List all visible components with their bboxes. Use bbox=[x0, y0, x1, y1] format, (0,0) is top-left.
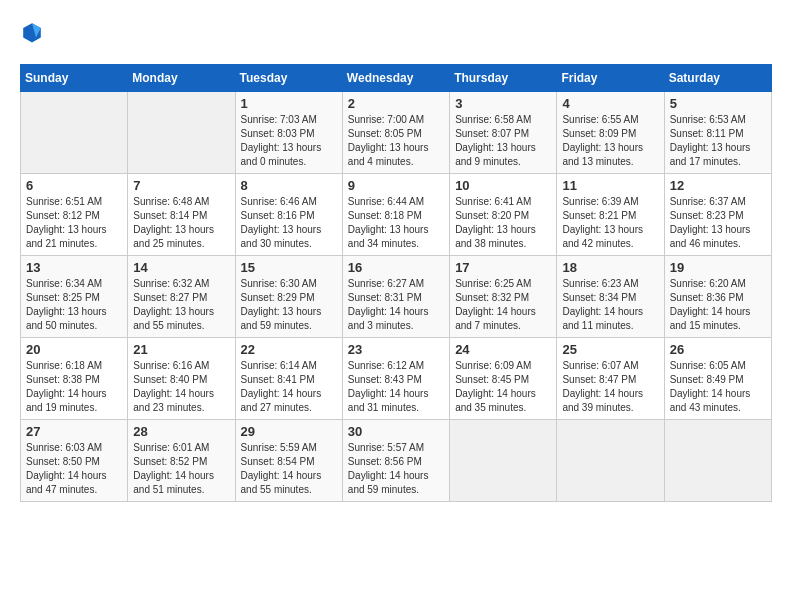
day-info: Sunrise: 6:05 AM Sunset: 8:49 PM Dayligh… bbox=[670, 359, 766, 415]
day-number: 14 bbox=[133, 260, 229, 275]
day-number: 11 bbox=[562, 178, 658, 193]
calendar-cell bbox=[21, 92, 128, 174]
calendar-cell: 17Sunrise: 6:25 AM Sunset: 8:32 PM Dayli… bbox=[450, 256, 557, 338]
calendar-week-0: 1Sunrise: 7:03 AM Sunset: 8:03 PM Daylig… bbox=[21, 92, 772, 174]
header-row: SundayMondayTuesdayWednesdayThursdayFrid… bbox=[21, 65, 772, 92]
calendar-cell: 21Sunrise: 6:16 AM Sunset: 8:40 PM Dayli… bbox=[128, 338, 235, 420]
calendar-cell: 9Sunrise: 6:44 AM Sunset: 8:18 PM Daylig… bbox=[342, 174, 449, 256]
calendar-cell: 13Sunrise: 6:34 AM Sunset: 8:25 PM Dayli… bbox=[21, 256, 128, 338]
calendar-cell: 11Sunrise: 6:39 AM Sunset: 8:21 PM Dayli… bbox=[557, 174, 664, 256]
day-info: Sunrise: 6:48 AM Sunset: 8:14 PM Dayligh… bbox=[133, 195, 229, 251]
day-number: 21 bbox=[133, 342, 229, 357]
calendar-cell bbox=[450, 420, 557, 502]
day-info: Sunrise: 7:00 AM Sunset: 8:05 PM Dayligh… bbox=[348, 113, 444, 169]
calendar-cell: 19Sunrise: 6:20 AM Sunset: 8:36 PM Dayli… bbox=[664, 256, 771, 338]
logo-icon bbox=[20, 20, 44, 44]
calendar-cell: 2Sunrise: 7:00 AM Sunset: 8:05 PM Daylig… bbox=[342, 92, 449, 174]
day-number: 20 bbox=[26, 342, 122, 357]
calendar-cell: 16Sunrise: 6:27 AM Sunset: 8:31 PM Dayli… bbox=[342, 256, 449, 338]
day-number: 5 bbox=[670, 96, 766, 111]
day-number: 29 bbox=[241, 424, 337, 439]
day-info: Sunrise: 6:27 AM Sunset: 8:31 PM Dayligh… bbox=[348, 277, 444, 333]
day-number: 1 bbox=[241, 96, 337, 111]
calendar-cell: 3Sunrise: 6:58 AM Sunset: 8:07 PM Daylig… bbox=[450, 92, 557, 174]
calendar-cell: 12Sunrise: 6:37 AM Sunset: 8:23 PM Dayli… bbox=[664, 174, 771, 256]
calendar-cell: 14Sunrise: 6:32 AM Sunset: 8:27 PM Dayli… bbox=[128, 256, 235, 338]
day-info: Sunrise: 6:25 AM Sunset: 8:32 PM Dayligh… bbox=[455, 277, 551, 333]
day-info: Sunrise: 6:14 AM Sunset: 8:41 PM Dayligh… bbox=[241, 359, 337, 415]
day-number: 25 bbox=[562, 342, 658, 357]
day-number: 7 bbox=[133, 178, 229, 193]
day-number: 26 bbox=[670, 342, 766, 357]
day-info: Sunrise: 5:57 AM Sunset: 8:56 PM Dayligh… bbox=[348, 441, 444, 497]
day-info: Sunrise: 6:07 AM Sunset: 8:47 PM Dayligh… bbox=[562, 359, 658, 415]
header-cell-monday: Monday bbox=[128, 65, 235, 92]
day-number: 28 bbox=[133, 424, 229, 439]
day-info: Sunrise: 6:53 AM Sunset: 8:11 PM Dayligh… bbox=[670, 113, 766, 169]
day-number: 9 bbox=[348, 178, 444, 193]
calendar-cell: 6Sunrise: 6:51 AM Sunset: 8:12 PM Daylig… bbox=[21, 174, 128, 256]
calendar-cell: 22Sunrise: 6:14 AM Sunset: 8:41 PM Dayli… bbox=[235, 338, 342, 420]
calendar-cell: 18Sunrise: 6:23 AM Sunset: 8:34 PM Dayli… bbox=[557, 256, 664, 338]
day-info: Sunrise: 5:59 AM Sunset: 8:54 PM Dayligh… bbox=[241, 441, 337, 497]
day-info: Sunrise: 6:37 AM Sunset: 8:23 PM Dayligh… bbox=[670, 195, 766, 251]
day-number: 19 bbox=[670, 260, 766, 275]
day-info: Sunrise: 6:32 AM Sunset: 8:27 PM Dayligh… bbox=[133, 277, 229, 333]
header bbox=[20, 20, 772, 48]
calendar-table: SundayMondayTuesdayWednesdayThursdayFrid… bbox=[20, 64, 772, 502]
calendar-week-2: 13Sunrise: 6:34 AM Sunset: 8:25 PM Dayli… bbox=[21, 256, 772, 338]
day-info: Sunrise: 6:23 AM Sunset: 8:34 PM Dayligh… bbox=[562, 277, 658, 333]
day-info: Sunrise: 6:46 AM Sunset: 8:16 PM Dayligh… bbox=[241, 195, 337, 251]
day-info: Sunrise: 6:16 AM Sunset: 8:40 PM Dayligh… bbox=[133, 359, 229, 415]
day-info: Sunrise: 6:55 AM Sunset: 8:09 PM Dayligh… bbox=[562, 113, 658, 169]
calendar-cell: 26Sunrise: 6:05 AM Sunset: 8:49 PM Dayli… bbox=[664, 338, 771, 420]
day-info: Sunrise: 6:09 AM Sunset: 8:45 PM Dayligh… bbox=[455, 359, 551, 415]
day-number: 10 bbox=[455, 178, 551, 193]
day-number: 8 bbox=[241, 178, 337, 193]
header-cell-saturday: Saturday bbox=[664, 65, 771, 92]
calendar-cell: 10Sunrise: 6:41 AM Sunset: 8:20 PM Dayli… bbox=[450, 174, 557, 256]
calendar-cell: 20Sunrise: 6:18 AM Sunset: 8:38 PM Dayli… bbox=[21, 338, 128, 420]
day-info: Sunrise: 6:34 AM Sunset: 8:25 PM Dayligh… bbox=[26, 277, 122, 333]
header-cell-thursday: Thursday bbox=[450, 65, 557, 92]
calendar-cell: 1Sunrise: 7:03 AM Sunset: 8:03 PM Daylig… bbox=[235, 92, 342, 174]
day-number: 2 bbox=[348, 96, 444, 111]
day-number: 4 bbox=[562, 96, 658, 111]
day-info: Sunrise: 6:30 AM Sunset: 8:29 PM Dayligh… bbox=[241, 277, 337, 333]
calendar-cell bbox=[664, 420, 771, 502]
calendar-cell bbox=[128, 92, 235, 174]
calendar-cell: 27Sunrise: 6:03 AM Sunset: 8:50 PM Dayli… bbox=[21, 420, 128, 502]
day-number: 24 bbox=[455, 342, 551, 357]
day-number: 30 bbox=[348, 424, 444, 439]
day-number: 23 bbox=[348, 342, 444, 357]
calendar-cell bbox=[557, 420, 664, 502]
day-number: 16 bbox=[348, 260, 444, 275]
day-info: Sunrise: 6:39 AM Sunset: 8:21 PM Dayligh… bbox=[562, 195, 658, 251]
calendar-cell: 25Sunrise: 6:07 AM Sunset: 8:47 PM Dayli… bbox=[557, 338, 664, 420]
day-number: 17 bbox=[455, 260, 551, 275]
day-info: Sunrise: 7:03 AM Sunset: 8:03 PM Dayligh… bbox=[241, 113, 337, 169]
day-info: Sunrise: 6:51 AM Sunset: 8:12 PM Dayligh… bbox=[26, 195, 122, 251]
calendar-cell: 24Sunrise: 6:09 AM Sunset: 8:45 PM Dayli… bbox=[450, 338, 557, 420]
calendar-cell: 15Sunrise: 6:30 AM Sunset: 8:29 PM Dayli… bbox=[235, 256, 342, 338]
calendar-cell: 5Sunrise: 6:53 AM Sunset: 8:11 PM Daylig… bbox=[664, 92, 771, 174]
header-cell-friday: Friday bbox=[557, 65, 664, 92]
day-info: Sunrise: 6:58 AM Sunset: 8:07 PM Dayligh… bbox=[455, 113, 551, 169]
day-number: 27 bbox=[26, 424, 122, 439]
calendar-cell: 8Sunrise: 6:46 AM Sunset: 8:16 PM Daylig… bbox=[235, 174, 342, 256]
calendar-cell: 30Sunrise: 5:57 AM Sunset: 8:56 PM Dayli… bbox=[342, 420, 449, 502]
calendar-cell: 29Sunrise: 5:59 AM Sunset: 8:54 PM Dayli… bbox=[235, 420, 342, 502]
header-cell-tuesday: Tuesday bbox=[235, 65, 342, 92]
day-info: Sunrise: 6:41 AM Sunset: 8:20 PM Dayligh… bbox=[455, 195, 551, 251]
day-info: Sunrise: 6:20 AM Sunset: 8:36 PM Dayligh… bbox=[670, 277, 766, 333]
calendar-cell: 23Sunrise: 6:12 AM Sunset: 8:43 PM Dayli… bbox=[342, 338, 449, 420]
calendar-cell: 28Sunrise: 6:01 AM Sunset: 8:52 PM Dayli… bbox=[128, 420, 235, 502]
header-cell-sunday: Sunday bbox=[21, 65, 128, 92]
day-number: 13 bbox=[26, 260, 122, 275]
calendar-week-3: 20Sunrise: 6:18 AM Sunset: 8:38 PM Dayli… bbox=[21, 338, 772, 420]
day-number: 6 bbox=[26, 178, 122, 193]
day-info: Sunrise: 6:12 AM Sunset: 8:43 PM Dayligh… bbox=[348, 359, 444, 415]
day-number: 12 bbox=[670, 178, 766, 193]
day-info: Sunrise: 6:44 AM Sunset: 8:18 PM Dayligh… bbox=[348, 195, 444, 251]
day-number: 18 bbox=[562, 260, 658, 275]
